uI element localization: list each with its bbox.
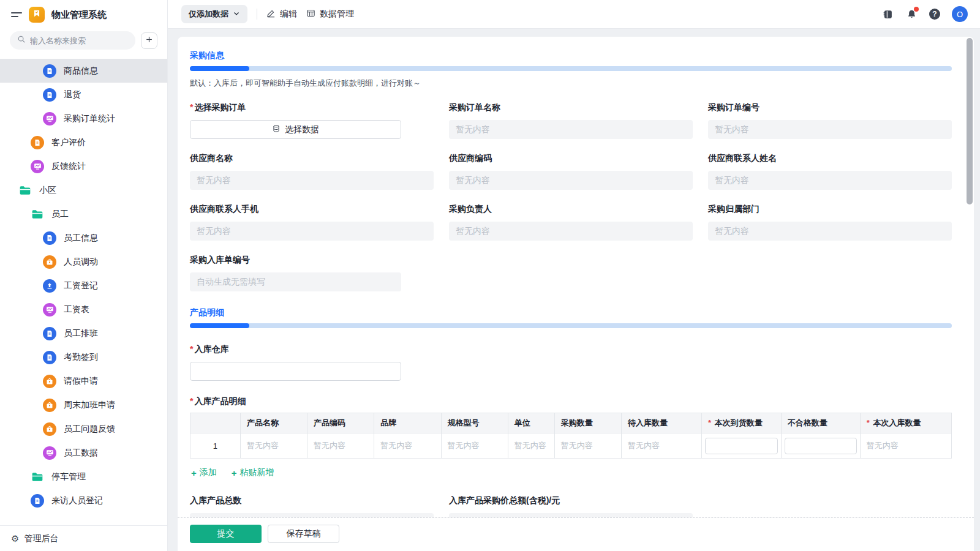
field-label: 入库产品采购价总额(含税)/元 (449, 495, 693, 506)
sidebar-item[interactable]: 采购订单统计 (0, 107, 167, 130)
app: 物业管理系统 商品信息退货采购订单统计客户评价反馈统计小区员工员工信息人员调动工… (0, 0, 980, 551)
select-data-button[interactable]: 选择数据 (190, 120, 401, 139)
readonly-input: 暂无内容 (449, 171, 693, 190)
sidebar-item-label: 工资表 (64, 304, 89, 315)
sidebar-item[interactable]: 商品信息 (0, 59, 167, 83)
sidebar-item[interactable]: 反馈统计 (0, 154, 167, 178)
sidebar-item[interactable]: 人员调动 (0, 250, 167, 274)
add-app-button[interactable] (141, 32, 157, 49)
section-title-purchase: 采购信息 (190, 50, 952, 61)
sidebar-item[interactable]: 请假申请 (0, 369, 167, 393)
sidebar-item[interactable]: 工资表 (0, 298, 167, 321)
add-row-label: 添加 (200, 467, 217, 478)
detail-table-label: *入库产品明细 (190, 396, 952, 407)
form-field: 供应商联系人姓名暂无内容 (708, 153, 952, 190)
scrollbar-thumb[interactable] (967, 38, 973, 204)
defect-qty-input[interactable] (785, 438, 857, 454)
table-cell (702, 433, 782, 459)
section-progress-product (190, 323, 952, 328)
readonly-input: 暂无内容 (190, 171, 434, 190)
arrived-qty-input[interactable] (705, 438, 778, 454)
sidebar-item-label: 周末加班申请 (64, 400, 115, 411)
sidebar-item[interactable]: 退货 (0, 83, 167, 107)
sidebar-item-label: 员工排班 (64, 328, 98, 339)
sidebar-item[interactable]: 工资登记 (0, 274, 167, 298)
section-desc: 默认：入库后，即可智能助手自动生成应付账款明细，进行对账～ (190, 78, 952, 89)
readonly-input: 自动生成无需填写 (190, 272, 401, 291)
clipboard-icon (43, 399, 56, 412)
field-label: 供应商名称 (190, 153, 434, 164)
sidebar-item-label: 客户评价 (51, 137, 86, 148)
sidebar-item[interactable]: 小区 (0, 178, 167, 202)
sidebar-item-label: 商品信息 (64, 66, 98, 77)
search-input[interactable] (30, 36, 128, 45)
form-field: 采购订单编号暂无内容 (708, 102, 952, 139)
chart-icon (43, 112, 56, 126)
sidebar-item[interactable]: 周末加班申请 (0, 393, 167, 417)
search-box[interactable] (10, 31, 135, 50)
toolbar-divider (257, 9, 257, 20)
table-cell: 暂无内容 (508, 433, 554, 459)
paste-add-button[interactable]: + 粘贴新增 (232, 467, 274, 478)
mode-dropdown[interactable]: 仅添加数据 (181, 5, 247, 23)
table-row: 1暂无内容暂无内容暂无内容暂无内容暂无内容暂无内容暂无内容暂无内容 (190, 433, 952, 459)
gear-icon: ⚙ (11, 534, 19, 543)
menu-fold-icon[interactable] (11, 10, 22, 20)
table-cell: 暂无内容 (240, 433, 307, 459)
help-icon[interactable]: ? (929, 9, 940, 20)
sidebar-item[interactable]: 员工问题反馈 (0, 417, 167, 441)
form-field: 供应商联系人手机暂无内容 (190, 204, 434, 241)
readonly-input: 暂无内容 (190, 222, 434, 241)
edit-button[interactable]: 编辑 (266, 9, 297, 20)
pencil-icon (266, 9, 276, 20)
add-row-button[interactable]: + 添加 (191, 467, 217, 478)
paste-add-label: 粘贴新增 (240, 467, 274, 478)
doc-icon (43, 351, 56, 364)
avatar[interactable]: O (952, 6, 968, 22)
plus-icon: + (191, 468, 197, 478)
field-label: 采购订单编号 (708, 102, 952, 113)
purchase-fields: *选择采购订单选择数据采购订单名称暂无内容采购订单编号暂无内容供应商名称暂无内容… (190, 102, 952, 291)
sidebar-item[interactable]: 员工信息 (0, 226, 167, 250)
folder-icon (31, 471, 44, 483)
sidebar-menu: 商品信息退货采购订单统计客户评价反馈统计小区员工员工信息人员调动工资登记工资表员… (0, 57, 167, 525)
bell-icon[interactable] (905, 8, 918, 20)
form-field: 采购订单名称暂无内容 (449, 102, 693, 139)
table-column-header: 规格型号 (441, 413, 508, 433)
table-cell: 暂无内容 (374, 433, 441, 459)
panel-icon[interactable] (881, 8, 894, 20)
submit-button[interactable]: 提交 (190, 525, 262, 543)
progress-segment (190, 323, 249, 328)
sidebar-item-label: 考勤签到 (64, 352, 98, 363)
topbar-left: 仅添加数据 编辑 数据管理 (181, 5, 354, 23)
sidebar-item[interactable]: 停车管理 (0, 465, 167, 489)
sidebar-item[interactable]: 员工 (0, 202, 167, 226)
data-manage-button[interactable]: 数据管理 (306, 9, 354, 20)
field-label: 供应商联系人姓名 (708, 153, 952, 164)
warehouse-input[interactable] (190, 362, 401, 381)
sidebar-item[interactable]: 员工数据 (0, 441, 167, 465)
doc-icon (43, 88, 56, 102)
chart-icon (43, 303, 56, 317)
sidebar-item-label: 员工问题反馈 (64, 424, 115, 435)
table-column-header: 单位 (508, 413, 554, 433)
admin-backend-label: 管理后台 (24, 533, 58, 544)
form-footer: 提交 保存草稿 (178, 517, 974, 551)
table-cell: 暂无内容 (860, 433, 951, 459)
doc-icon (43, 327, 56, 340)
sidebar-item-label: 人员调动 (64, 257, 98, 268)
field-label: 供应商编码 (449, 153, 693, 164)
form-field: 供应商名称暂无内容 (190, 153, 434, 190)
plus-icon (145, 35, 153, 46)
sidebar-item[interactable]: 来访人员登记 (0, 489, 167, 512)
doc-icon (31, 494, 44, 508)
warehouse-label: *入库仓库 (190, 344, 952, 355)
sidebar-item[interactable]: 客户评价 (0, 130, 167, 154)
admin-backend-link[interactable]: ⚙ 管理后台 (0, 525, 167, 551)
save-draft-button[interactable]: 保存草稿 (268, 525, 339, 543)
table-cell (781, 433, 860, 459)
table-column-header: 采购数量 (554, 413, 621, 433)
table-header-row: 产品名称产品编码品牌规格型号单位采购数量待入库数量* 本次到货数量不合格数量* … (190, 413, 952, 433)
sidebar-item[interactable]: 员工排班 (0, 321, 167, 345)
sidebar-item[interactable]: 考勤签到 (0, 345, 167, 369)
